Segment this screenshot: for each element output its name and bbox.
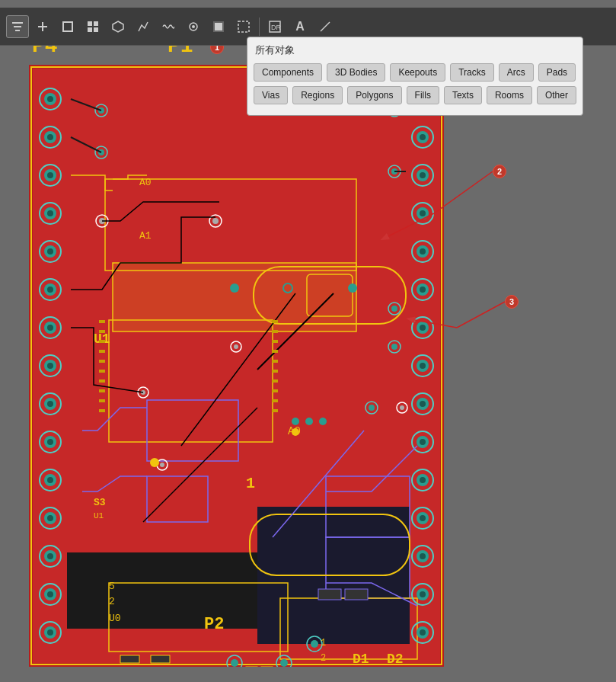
filter-3d-bodies-button[interactable]: 3D Bodies (327, 63, 385, 82)
svg-rect-2 (15, 30, 20, 31)
svg-rect-1 (14, 26, 21, 27)
filter-polygons-button[interactable]: Polygons (347, 86, 401, 104)
svg-text:A1: A1 (139, 230, 152, 242)
svg-rect-191 (272, 389, 278, 392)
zone-tool-button[interactable] (232, 15, 255, 38)
svg-point-41 (47, 134, 53, 140)
svg-point-137 (391, 344, 397, 350)
svg-rect-177 (99, 350, 105, 353)
svg-rect-209 (318, 589, 341, 600)
svg-point-157 (348, 283, 357, 293)
svg-point-125 (420, 629, 426, 636)
filter-row-2: Vias Regions Polygons Fills Texts Rooms … (254, 86, 576, 104)
svg-rect-185 (272, 330, 278, 333)
svg-point-65 (47, 439, 53, 445)
svg-point-53 (47, 287, 53, 293)
route-tool-button[interactable] (132, 15, 155, 38)
filter-keepouts-button[interactable]: Keepouts (390, 63, 445, 82)
svg-rect-179 (99, 370, 105, 373)
wave-tool-button[interactable] (157, 15, 180, 38)
filter-tool-button[interactable] (6, 15, 29, 38)
annotation-2: 2 (493, 165, 506, 178)
svg-line-215 (457, 302, 505, 328)
svg-rect-14 (215, 23, 222, 30)
svg-point-139 (369, 405, 375, 411)
svg-rect-186 (272, 340, 278, 343)
svg-text:U1: U1 (94, 331, 110, 347)
svg-text:2: 2 (321, 653, 326, 664)
filter-rooms-button[interactable]: Rooms (487, 86, 532, 104)
svg-text:U0: U0 (109, 613, 121, 624)
svg-rect-192 (272, 399, 278, 402)
svg-rect-190 (272, 379, 278, 383)
filter-texts-button[interactable]: Texts (444, 86, 482, 104)
svg-point-149 (160, 463, 164, 467)
svg-rect-195 (151, 655, 170, 663)
svg-point-168 (150, 458, 159, 467)
filter-arcs-button[interactable]: Arcs (499, 63, 534, 82)
svg-point-119 (420, 553, 426, 559)
svg-rect-180 (99, 379, 105, 383)
svg-text:S3: S3 (94, 497, 106, 508)
svg-point-12 (192, 25, 195, 28)
svg-point-122 (420, 591, 426, 597)
svg-text:DRC: DRC (271, 24, 281, 31)
svg-line-18 (321, 22, 330, 31)
filter-regions-button[interactable]: Regions (292, 86, 343, 104)
svg-rect-194 (120, 655, 139, 663)
svg-rect-8 (88, 27, 92, 32)
filter-tracks-button[interactable]: Tracks (450, 63, 494, 82)
svg-point-89 (420, 172, 426, 178)
text-tool-button[interactable]: A (289, 15, 311, 38)
svg-marker-10 (113, 21, 123, 32)
svg-point-171 (319, 418, 327, 425)
rect-tool-button[interactable] (56, 15, 79, 38)
filter-vias-button[interactable]: Vias (254, 86, 288, 104)
add-tool-button[interactable] (31, 15, 54, 38)
drc-tool-button[interactable]: DRC (263, 15, 286, 38)
highlight-tool-button[interactable] (81, 15, 104, 38)
svg-rect-188 (272, 360, 278, 363)
svg-point-98 (420, 287, 426, 293)
svg-rect-25 (113, 263, 356, 331)
component-tool-button[interactable] (107, 15, 129, 38)
svg-point-170 (305, 418, 313, 425)
svg-point-74 (47, 553, 53, 559)
svg-rect-174 (99, 320, 105, 323)
svg-point-110 (420, 439, 426, 445)
svg-point-113 (420, 477, 426, 483)
svg-point-101 (420, 325, 426, 331)
svg-rect-189 (272, 370, 278, 373)
svg-point-77 (47, 591, 53, 597)
svg-point-62 (47, 401, 53, 407)
filter-row-1: Components 3D Bodies Keepouts Tracks Arc… (254, 63, 576, 82)
fill-tool-button[interactable] (207, 15, 230, 38)
svg-point-50 (47, 248, 53, 255)
svg-point-86 (420, 134, 426, 140)
filter-other-button[interactable]: Other (537, 86, 576, 104)
svg-rect-193 (272, 409, 278, 412)
filter-popup-title: 所有对象 (254, 43, 576, 57)
svg-point-59 (47, 363, 53, 369)
filter-fills-button[interactable]: Fills (407, 86, 439, 104)
filter-popup: 所有对象 Components 3D Bodies Keepouts Track… (247, 37, 583, 116)
svg-point-95 (420, 248, 426, 255)
annotation-3: 3 (505, 295, 519, 309)
pin-tool-button[interactable] (182, 15, 205, 38)
svg-rect-15 (238, 21, 249, 32)
svg-point-107 (420, 401, 426, 407)
filter-pads-button[interactable]: Pads (538, 63, 576, 82)
svg-point-104 (420, 363, 426, 369)
svg-text:P2: P2 (204, 615, 224, 634)
line-tool-button[interactable] (314, 15, 337, 38)
pcb-board: U1 A0 A1 1 P2 S3 U1 D1 D2 A0 (29, 65, 444, 667)
svg-point-44 (47, 172, 53, 178)
svg-rect-7 (94, 21, 98, 26)
filter-components-button[interactable]: Components (254, 63, 322, 82)
svg-point-145 (234, 344, 238, 349)
svg-rect-182 (99, 399, 105, 402)
svg-rect-183 (99, 409, 105, 412)
svg-text:5: 5 (109, 581, 115, 592)
svg-rect-176 (99, 340, 105, 343)
svg-text:U1: U1 (94, 511, 104, 520)
